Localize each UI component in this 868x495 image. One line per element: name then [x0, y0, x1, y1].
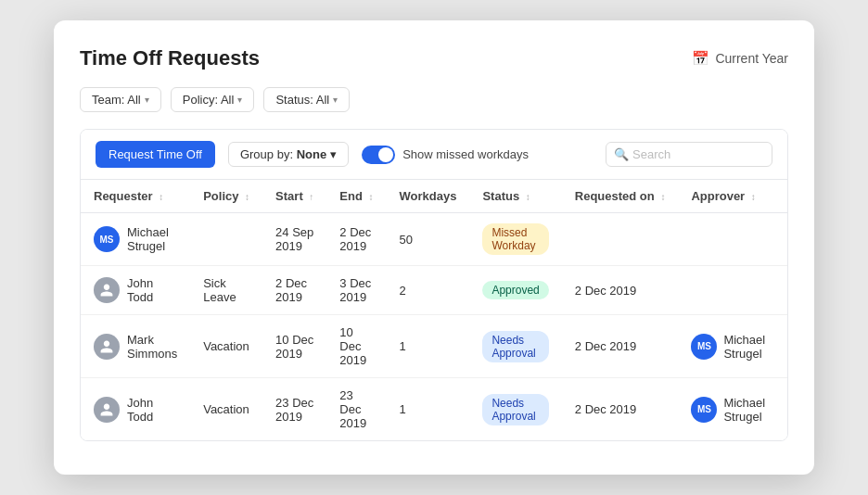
policy-cell [190, 213, 262, 266]
col-start: Start ↑ [262, 180, 326, 213]
end-cell: 3 Dec 2019 [326, 266, 386, 315]
end-cell: 10 Dec 2019 [326, 315, 386, 378]
requester-cell: John Todd [81, 266, 190, 315]
table-row: John ToddSick Leave2 Dec 20193 Dec 20192… [81, 266, 788, 315]
workdays-cell: 50 [387, 213, 470, 266]
status-cell: Missed Workday [469, 213, 561, 266]
team-filter-label: Team: All [92, 93, 141, 107]
sort-icon: ↕ [526, 192, 530, 202]
chevron-down-icon: ▾ [333, 95, 338, 105]
requester-name: Michael Strugel [127, 225, 177, 253]
col-actions [778, 180, 788, 213]
requester-name: John Todd [127, 276, 177, 304]
current-year-button[interactable]: 📅 Current Year [692, 50, 788, 67]
status-cell: Approved [469, 266, 561, 315]
sort-icon: ↑ [309, 192, 313, 202]
workdays-cell: 1 [387, 378, 470, 441]
approver-cell: MSMichael Strugel [678, 378, 778, 441]
action-cell[interactable]: ••• [778, 315, 788, 378]
group-by-label: Group by: None [240, 147, 326, 161]
action-cell[interactable]: + [778, 213, 788, 266]
approver-name: Michael Strugel [723, 333, 765, 361]
sort-icon: ↕ [660, 192, 665, 202]
requester-wrapper: Mark Simmons [94, 333, 177, 361]
requester-wrapper: John Todd [94, 276, 177, 304]
end-cell: 23 Dec 2019 [326, 378, 386, 441]
col-approver: Approver ↕ [678, 180, 778, 213]
avatar: MS [94, 226, 120, 252]
requested-on-cell: 2 Dec 2019 [562, 315, 679, 378]
workdays-cell: 2 [387, 266, 470, 315]
requester-name: John Todd [127, 396, 177, 424]
requester-cell: Mark Simmons [81, 315, 190, 378]
chevron-down-icon: ▾ [145, 95, 149, 105]
search-input[interactable] [606, 142, 772, 167]
col-status: Status ↕ [469, 180, 561, 213]
show-missed-workdays-toggle-row: Show missed workdays [362, 146, 529, 164]
action-cell[interactable]: ••• [778, 266, 788, 315]
policy-cell: Sick Leave [190, 266, 262, 315]
table-row: John ToddVacation23 Dec 201923 Dec 20191… [81, 378, 788, 441]
approver-cell [678, 266, 778, 315]
approver-avatar: MS [691, 334, 717, 360]
requester-wrapper: MSMichael Strugel [94, 225, 177, 253]
requested-on-cell: 2 Dec 2019 [562, 378, 679, 441]
toolbar: Request Time Off Group by: None ▾ Show m… [81, 130, 787, 180]
approver-wrapper: MSMichael Strugel [691, 396, 765, 424]
policy-filter-label: Policy: All [183, 93, 235, 107]
page-title: Time Off Requests [80, 46, 260, 70]
approver-avatar: MS [691, 397, 717, 423]
calendar-icon: 📅 [692, 50, 709, 67]
request-time-off-button[interactable]: Request Time Off [96, 141, 215, 168]
filter-bar: Team: All ▾ Policy: All ▾ Status: All ▾ [80, 87, 788, 112]
policy-filter[interactable]: Policy: All ▾ [171, 87, 255, 112]
start-cell: 2 Dec 2019 [262, 266, 326, 315]
status-cell: Needs Approval [469, 378, 561, 441]
col-end: End ↕ [326, 180, 386, 213]
status-badge: Missed Workday [482, 223, 548, 255]
status-filter[interactable]: Status: All ▾ [263, 87, 350, 112]
show-missed-workdays-toggle[interactable] [362, 146, 395, 164]
requested-on-cell [562, 213, 679, 266]
table-row: Mark SimmonsVacation10 Dec 201910 Dec 20… [81, 315, 788, 378]
requested-on-cell: 2 Dec 2019 [562, 266, 679, 315]
sort-icon: ↕ [159, 192, 163, 202]
approver-wrapper: MSMichael Strugel [691, 333, 765, 361]
status-cell: Needs Approval [469, 315, 561, 378]
status-badge: Needs Approval [482, 331, 548, 362]
requester-cell: MSMichael Strugel [81, 213, 190, 266]
requester-name: Mark Simmons [127, 333, 177, 361]
group-by-button[interactable]: Group by: None ▾ [228, 142, 349, 167]
current-year-label: Current Year [715, 51, 788, 66]
col-workdays: Workdays [387, 180, 470, 213]
chevron-down-icon: ▾ [330, 147, 337, 161]
col-requested-on: Requested on ↕ [562, 180, 679, 213]
requester-wrapper: John Todd [94, 396, 177, 424]
main-card: Time Off Requests 📅 Current Year Team: A… [54, 20, 814, 475]
team-filter[interactable]: Team: All ▾ [80, 87, 161, 112]
table-header-row: Requester ↕ Policy ↕ Start ↑ End ↕ Workd… [81, 180, 788, 213]
search-wrap: 🔍 [606, 142, 772, 167]
start-cell: 23 Dec 2019 [262, 378, 326, 441]
status-filter-label: Status: All [275, 93, 329, 107]
col-requester: Requester ↕ [81, 180, 190, 213]
avatar [94, 334, 120, 360]
toggle-label: Show missed workdays [402, 147, 529, 161]
search-icon: 🔍 [614, 147, 629, 161]
requests-table: Requester ↕ Policy ↕ Start ↑ End ↕ Workd… [81, 180, 788, 440]
table-row: MSMichael Strugel24 Sep 20192 Dec 201950… [81, 213, 788, 266]
approver-cell [678, 213, 778, 266]
approver-name: Michael Strugel [723, 396, 765, 424]
col-policy: Policy ↕ [190, 180, 262, 213]
status-badge: Needs Approval [482, 394, 548, 425]
requester-cell: John Todd [81, 378, 190, 441]
policy-cell: Vacation [190, 315, 262, 378]
sort-icon: ↕ [245, 192, 249, 202]
status-badge: Approved [482, 281, 548, 299]
end-cell: 2 Dec 2019 [326, 213, 386, 266]
avatar [94, 397, 120, 423]
workdays-cell: 1 [387, 315, 470, 378]
sort-icon: ↕ [751, 192, 756, 202]
approver-cell: MSMichael Strugel [678, 315, 778, 378]
action-cell[interactable]: ••• [778, 378, 788, 441]
